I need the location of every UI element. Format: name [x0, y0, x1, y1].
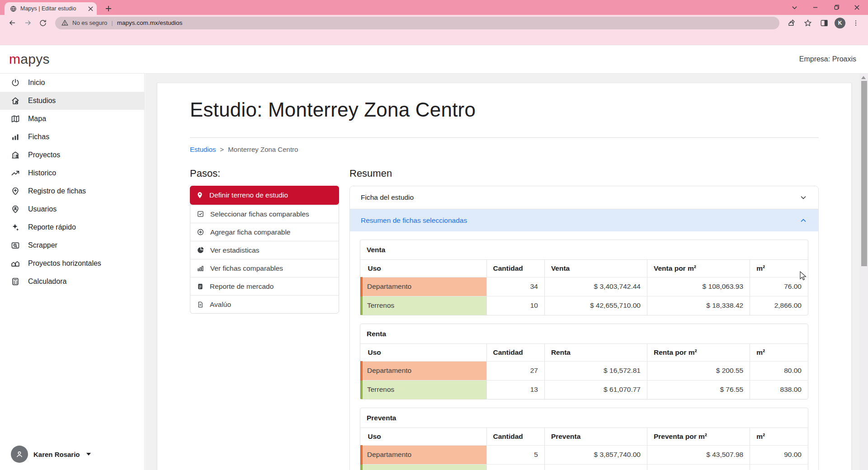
sidebar-item-calculadora[interactable]: Calculadora	[0, 273, 144, 291]
browser-profile-avatar[interactable]: K	[835, 18, 845, 28]
chevron-down-icon	[86, 453, 91, 456]
cell-m2: 838.00	[750, 380, 808, 399]
table-row-departamento: Departamento 34 $ 3,403,742.44 $ 108,063…	[362, 277, 808, 296]
bookmark-star-icon[interactable]	[800, 16, 816, 30]
sidebar-item-reporte-rapido[interactable]: Reporte rápido	[0, 218, 144, 236]
step-label: Definir terreno de estudio	[209, 191, 288, 199]
share-icon[interactable]	[784, 16, 799, 30]
sidebar-item-usuarios[interactable]: Usuarios	[0, 200, 144, 218]
sidebar-item-label: Registro de fichas	[28, 187, 86, 195]
houses-icon	[11, 259, 20, 268]
step-label: Agregar ficha comparable	[210, 228, 291, 236]
main-area: Estudio: Monterrey Zona Centro Estudios …	[145, 74, 868, 470]
step-definir-terreno[interactable]: Definir terreno de estudio	[190, 186, 339, 205]
sidebar-item-proyectos[interactable]: Proyectos	[0, 146, 144, 164]
col-header-cantidad: Cantidad	[486, 260, 544, 277]
step-label: Ver estadisticas	[210, 246, 259, 254]
user-menu[interactable]: Karen Rosario	[11, 446, 91, 463]
accordion-resumen-fichas[interactable]: Resumen de fichas seleccionadas	[350, 209, 818, 231]
steps-list: Definir terreno de estudio Seleccionar f…	[190, 186, 339, 314]
minimize-button[interactable]	[805, 0, 826, 15]
tab-title: Mapys | Editar estudio	[20, 5, 85, 12]
url-text[interactable]: mapys.com.mx/estudios	[117, 19, 183, 26]
table-header-row: Uso Cantidad Preventa Preventa por m² m²	[362, 428, 808, 445]
side-panel-icon[interactable]	[816, 16, 832, 30]
sidebar-item-estudios[interactable]: Estudios	[0, 92, 144, 110]
table-header-row: Uso Cantidad Venta Venta por m² m²	[362, 260, 808, 277]
sidebar-item-inicio[interactable]: Inicio	[0, 74, 144, 92]
step-ver-fichas-comparables[interactable]: Ver fichas comparables	[190, 259, 339, 277]
cell-m2	[750, 464, 808, 470]
sidebar-item-label: Proyectos horizontales	[28, 259, 101, 268]
cell-monto: $ 3,403,742.44	[544, 277, 647, 296]
col-header-renta-por-m2: Renta por m²	[647, 344, 750, 361]
sidebar-item-historico[interactable]: Historico	[0, 164, 144, 182]
cell-cantidad	[486, 464, 544, 470]
cell-monto: $ 3,857,740.00	[544, 445, 647, 464]
cell-cantidad: 10	[486, 296, 544, 315]
not-secure-warning-icon[interactable]	[61, 19, 68, 26]
breadcrumb-link-estudios[interactable]: Estudios	[190, 146, 216, 153]
cell-m2: 2,866.00	[750, 296, 808, 315]
sidebar-item-label: Mapa	[28, 115, 46, 123]
new-tab-button[interactable]	[103, 3, 114, 14]
page-scrollbar[interactable]	[859, 74, 868, 470]
table-title: Preventa	[360, 408, 808, 428]
logo-rest: apys	[20, 52, 50, 66]
step-agregar-ficha[interactable]: Agregar ficha comparable	[190, 223, 339, 241]
forward-icon[interactable]	[20, 16, 35, 30]
app-body: Inicio Estudios Mapa Fichas Proyectos Hi…	[0, 74, 868, 470]
cell-cantidad: 5	[486, 445, 544, 464]
accordion-ficha-del-estudio[interactable]: Ficha del estudio	[350, 186, 818, 209]
close-window-button[interactable]	[846, 0, 867, 15]
bar-chart-icon	[11, 132, 20, 141]
sidebar-item-label: Reporte rápido	[28, 223, 76, 231]
pie-chart-icon	[197, 246, 204, 254]
tab-close-icon[interactable]	[88, 6, 93, 11]
security-label[interactable]: No es seguro	[72, 19, 107, 26]
back-icon[interactable]	[5, 16, 20, 30]
browser-menu-icon[interactable]	[848, 16, 863, 30]
sidebar-item-proyectos-horizontales[interactable]: Proyectos horizontales	[0, 254, 144, 273]
sidebar-item-label: Estudios	[28, 97, 56, 105]
pin-plus-icon	[11, 187, 20, 196]
summary-heading: Resumen	[349, 168, 819, 179]
studies-icon	[11, 96, 20, 105]
sidebar-item-registro-de-fichas[interactable]: Registro de fichas	[0, 182, 144, 200]
url-separator: |	[111, 19, 113, 26]
col-header-renta: Renta	[544, 344, 647, 361]
browser-tab[interactable]: Mapys | Editar estudio	[5, 2, 97, 15]
reload-icon[interactable]	[35, 16, 51, 30]
scrollbar-thumb[interactable]	[861, 81, 867, 266]
scrollbar-up-arrow-icon[interactable]	[861, 76, 866, 79]
sidebar-item-label: Scrapper	[28, 241, 57, 249]
sidebar-item-scrapper[interactable]: Scrapper	[0, 236, 144, 254]
cell-cantidad: 34	[486, 277, 544, 296]
sidebar-item-label: Usuarios	[28, 205, 57, 213]
toolbar-actions: K	[784, 16, 863, 30]
divider	[190, 137, 819, 138]
step-label: Seleccionar fichas comparables	[210, 210, 309, 218]
table-row-partial	[362, 464, 808, 470]
breadcrumb-current: Monterrey Zona Centro	[228, 146, 298, 153]
mapys-logo[interactable]: mapys	[9, 52, 50, 67]
step-seleccionar-fichas[interactable]: Seleccionar fichas comparables	[190, 205, 339, 223]
step-ver-estadisticas[interactable]: Ver estadisticas	[190, 241, 339, 259]
sidebar-item-label: Inicio	[28, 79, 45, 87]
table-row-terrenos: Terrenos 10 $ 42,655,710.00 $ 18,338.42 …	[362, 296, 808, 315]
step-reporte-de-mercado[interactable]: Reporte de mercado	[190, 277, 339, 295]
url-bar[interactable]: No es seguro | mapys.com.mx/estudios	[55, 17, 779, 29]
app-header: mapys Empresa: Proaxis	[0, 45, 868, 74]
breadcrumb: Estudios > Monterrey Zona Centro	[190, 146, 819, 153]
step-avaluo[interactable]: Avalúo	[190, 295, 339, 313]
tab-search-chevron-icon[interactable]	[784, 0, 805, 15]
maximize-button[interactable]	[826, 0, 846, 15]
cell-uso: Departamento	[362, 277, 487, 296]
cell-por-m2	[647, 464, 750, 470]
sidebar-item-mapa[interactable]: Mapa	[0, 110, 144, 128]
cell-m2: 90.00	[750, 445, 808, 464]
steps-heading: Pasos:	[190, 168, 339, 179]
table-title: Renta	[360, 324, 808, 344]
sidebar-item-fichas[interactable]: Fichas	[0, 128, 144, 146]
step-label: Reporte de mercado	[210, 282, 274, 291]
